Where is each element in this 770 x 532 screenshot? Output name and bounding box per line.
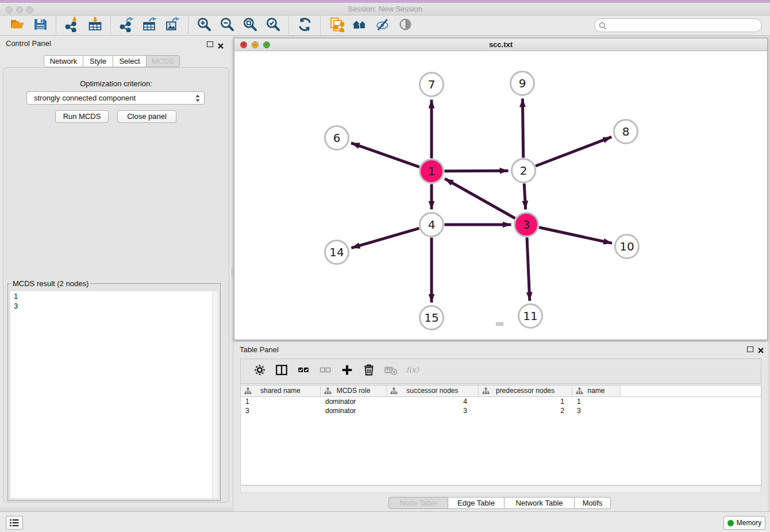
zoom-fit-button[interactable]: [238, 16, 261, 34]
refresh-layout-button[interactable]: [293, 16, 316, 34]
graph-node-2[interactable]: 2: [512, 159, 536, 183]
graph-edge-2-9[interactable]: [522, 98, 523, 157]
close-panel-button[interactable]: Close panel: [117, 110, 176, 123]
delete-table-button[interactable]: [380, 361, 402, 381]
home-layout-icon: [352, 17, 367, 34]
header-filler: [621, 385, 761, 396]
import-network-button[interactable]: [60, 16, 83, 34]
tab-mcds[interactable]: MCDS: [147, 55, 180, 67]
graph-edge-4-14[interactable]: [351, 228, 419, 248]
tab-style[interactable]: Style: [83, 55, 113, 67]
column-header-successor-nodes[interactable]: successor nodes: [387, 385, 479, 396]
export-image-icon: [165, 17, 180, 34]
search-box[interactable]: [594, 18, 762, 32]
graph-edge-2-3[interactable]: [524, 183, 525, 209]
home-layout-button[interactable]: [348, 16, 371, 34]
column-layout-button[interactable]: [271, 361, 292, 381]
zoom-out-icon: [220, 17, 235, 34]
svg-text:3: 3: [523, 218, 530, 232]
select-stepper-icon: [194, 94, 201, 103]
save-session-icon: [33, 17, 48, 34]
table-float-panel-icon[interactable]: [747, 346, 753, 352]
deselect-all-rows-button[interactable]: [314, 361, 336, 381]
window-titlebar: Session: New Session: [0, 3, 770, 16]
graph-node-9[interactable]: 9: [511, 72, 534, 95]
duplicate-network-button[interactable]: [325, 16, 348, 34]
hierarchy-icon: [390, 387, 398, 395]
import-table-button[interactable]: [83, 16, 106, 34]
tab-network-table[interactable]: Network Table: [505, 497, 575, 509]
graph-node-4[interactable]: 4: [420, 213, 444, 237]
tab-motifs[interactable]: Motifs: [575, 497, 611, 509]
svg-text:4: 4: [428, 218, 436, 232]
table-row[interactable]: 1dominator411: [241, 397, 761, 406]
svg-text:8: 8: [622, 125, 630, 138]
graph-edge-3-10[interactable]: [539, 228, 612, 244]
table-close-panel-icon[interactable]: [757, 346, 764, 353]
task-history-button[interactable]: [6, 516, 23, 530]
graph-node-10[interactable]: 10: [615, 235, 639, 259]
graph-node-8[interactable]: 8: [614, 120, 638, 144]
show-panel-button[interactable]: [394, 16, 417, 34]
save-session-button[interactable]: [29, 16, 52, 34]
delete-column-button[interactable]: [358, 361, 380, 381]
network-window-titlebar: ✕ − + scc.txt: [234, 38, 767, 51]
graph-node-3[interactable]: 3: [515, 213, 538, 237]
function-builder-button[interactable]: f(x): [402, 361, 424, 381]
column-header-predecessor-nodes[interactable]: predecessor nodes: [479, 385, 572, 396]
graph-node-7[interactable]: 7: [420, 73, 444, 97]
zoom-in-button[interactable]: [192, 16, 215, 34]
graph-node-1[interactable]: 1: [420, 160, 444, 183]
tab-edge-table[interactable]: Edge Table: [448, 497, 505, 509]
mcds-tab-content: Optimization criterion: strongly connect…: [3, 67, 229, 503]
graph-edge-1-6[interactable]: [351, 143, 419, 167]
graph-edge-3-11[interactable]: [527, 237, 530, 300]
add-column-button[interactable]: [336, 361, 358, 381]
zoom-out-button[interactable]: [215, 16, 238, 34]
export-table-button[interactable]: [138, 16, 161, 34]
tab-network[interactable]: Network: [44, 55, 83, 67]
table-settings-gear-button[interactable]: [249, 361, 271, 381]
export-image-button[interactable]: [161, 16, 184, 34]
graph-edge-1-2[interactable]: [444, 171, 508, 171]
close-panel-icon[interactable]: [217, 41, 224, 48]
mcds-result-textarea[interactable]: 13: [10, 291, 218, 498]
network-canvas[interactable]: 7968124314101511: [234, 51, 767, 340]
graph-node-14[interactable]: 14: [325, 241, 349, 264]
svg-text:1: 1: [428, 164, 436, 178]
toolbar-separator: [288, 16, 289, 34]
svg-text:15: 15: [424, 311, 438, 325]
graph-node-11[interactable]: 11: [519, 304, 542, 328]
graph-edge-3-1[interactable]: [445, 179, 515, 218]
table-cell: 2: [479, 406, 572, 415]
optimization-criterion-select[interactable]: strongly connected component: [26, 91, 205, 105]
search-input[interactable]: [610, 20, 758, 31]
run-mcds-button[interactable]: Run MCDS: [55, 110, 109, 123]
float-panel-icon[interactable]: [207, 41, 213, 47]
result-scrollbar[interactable]: [212, 291, 218, 498]
hide-panel-button[interactable]: [371, 16, 394, 34]
table-tabs: Node TableEdge TableNetwork TableMotifs: [388, 497, 611, 509]
column-header-name[interactable]: name: [572, 385, 621, 396]
graph-node-6[interactable]: 6: [325, 126, 349, 150]
tab-select[interactable]: Select: [113, 55, 147, 67]
export-network-button[interactable]: [115, 16, 138, 34]
tab-node-table[interactable]: Node Table: [388, 497, 448, 509]
table-cell: 3: [387, 406, 479, 415]
zoom-selected-button[interactable]: [261, 16, 284, 34]
svg-text:7: 7: [428, 78, 436, 91]
graph-edge-2-8[interactable]: [536, 137, 611, 166]
select-all-rows-button[interactable]: [292, 361, 314, 381]
memory-button[interactable]: Memory: [723, 516, 765, 530]
graph-node-15[interactable]: 15: [420, 306, 444, 330]
table-row[interactable]: 3dominator323: [241, 406, 761, 415]
network-scrollbar-grip[interactable]: [496, 322, 503, 326]
mcds-result-line: 1: [10, 291, 218, 301]
table-panel-title: Table Panel: [240, 345, 279, 354]
table-hscrollbar[interactable]: [240, 485, 761, 493]
network-window-title: scc.txt: [234, 40, 767, 49]
column-header-shared-name[interactable]: shared name: [241, 385, 321, 396]
open-session-button[interactable]: [6, 16, 29, 34]
duplicate-network-icon: [329, 17, 344, 34]
column-header-MCDS-role[interactable]: MCDS role: [321, 385, 387, 396]
